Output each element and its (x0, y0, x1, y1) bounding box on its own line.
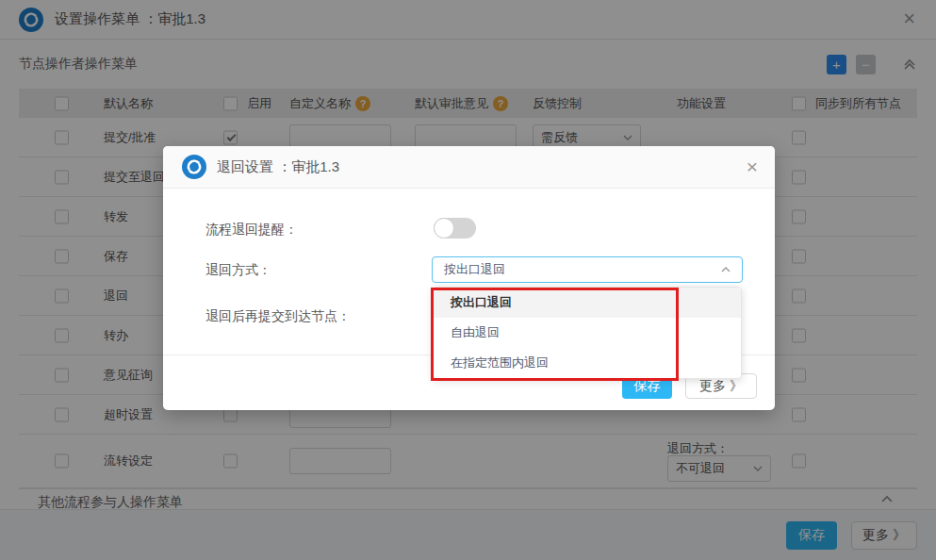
return-mode-label: 退回方式： (205, 262, 271, 279)
return-mode-dropdown: 按出口退回 自由退回 在指定范围内退回 (433, 287, 742, 379)
double-angle-icon: 》 (730, 378, 743, 395)
dropdown-option[interactable]: 在指定范围内退回 (434, 348, 741, 378)
dropdown-option[interactable]: 自由退回 (434, 318, 741, 348)
return-settings-dialog: 退回设置 ：审批1.3 × 流程退回提醒： 退回方式： 按出口退回 退回后再提交… (163, 146, 775, 410)
chevron-up-icon (721, 267, 731, 272)
toggle-knob (434, 218, 454, 239)
dialog-header: 退回设置 ：审批1.3 × (163, 146, 775, 189)
dialog-title: 退回设置 ：审批1.3 (217, 158, 339, 176)
return-mode-select[interactable]: 按出口退回 (432, 256, 743, 283)
app-logo-icon (182, 155, 206, 179)
dialog-close-icon[interactable]: × (747, 156, 758, 176)
dropdown-option[interactable]: 按出口退回 (434, 288, 741, 318)
remind-toggle[interactable] (434, 218, 476, 239)
remind-label: 流程退回提醒： (205, 222, 298, 239)
resubmit-node-label: 退回后再提交到达节点： (205, 308, 351, 325)
